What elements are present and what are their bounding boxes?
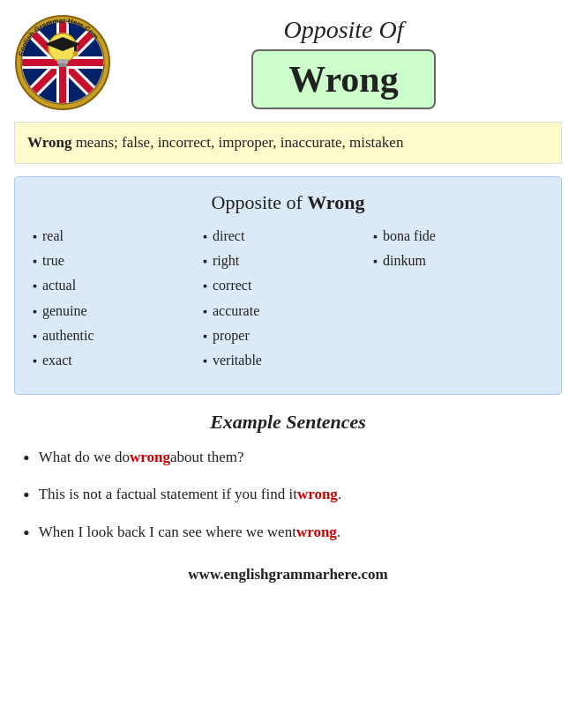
list-item: correct <box>203 276 373 295</box>
example-sentence-2: This is not a factual statement if you f… <box>23 483 553 509</box>
list-item: veritable <box>203 351 373 370</box>
sentence-2-after: . <box>338 483 341 506</box>
header: English Grammar Here.Com Opposite Of Wro… <box>14 14 562 111</box>
list-item: exact <box>33 351 203 370</box>
sentence-3-red: wrong <box>296 521 337 544</box>
opposite-title-plain: Opposite of <box>212 191 308 213</box>
opposite-box: Opposite of Wrong real true actual genui… <box>14 176 562 395</box>
list-item: accurate <box>203 301 373 321</box>
sentence-1-before: What do we do <box>39 446 130 469</box>
words-grid: real true actual genuine authentic exact… <box>24 227 552 376</box>
word-column-2: direct right correct accurate proper ver… <box>203 227 373 376</box>
website-url: www.englishgrammarhere.com <box>188 566 387 583</box>
example-sentence-1: What do we do wrong about them? <box>23 446 553 472</box>
sentence-1-red: wrong <box>130 446 170 469</box>
word-column-3: bona fide dinkum <box>373 227 543 376</box>
example-list: What do we do wrong about them? This is … <box>23 446 553 546</box>
svg-point-17 <box>73 51 79 56</box>
list-item: authentic <box>33 326 203 345</box>
example-sentence-3: When I look back I can see where we went… <box>23 521 553 546</box>
list-item: right <box>203 251 373 271</box>
list-item: genuine <box>33 301 203 321</box>
list-item: direct <box>203 227 373 246</box>
list-item: dinkum <box>373 251 543 271</box>
sentence-3-after: . <box>337 521 340 544</box>
sentence-2-before: This is not a factual statement if you f… <box>39 483 297 506</box>
list-item: real <box>33 227 203 246</box>
word-column-1: real true actual genuine authentic exact <box>33 227 203 376</box>
examples-section: Example Sentences What do we do wrong ab… <box>14 411 562 562</box>
main-word: Wrong <box>251 49 435 109</box>
opposite-title-bold: Wrong <box>307 191 364 213</box>
definition-box: Wrong means; false, incorrect, improper,… <box>14 122 562 164</box>
logo: English Grammar Here.Com <box>14 14 111 111</box>
definition-bold-word: Wrong <box>27 134 71 151</box>
svg-rect-14 <box>58 63 67 67</box>
subtitle-label: Opposite Of <box>283 16 403 44</box>
list-item: true <box>33 251 203 271</box>
definition-text: means; false, incorrect, improper, inacc… <box>71 134 403 151</box>
examples-title: Example Sentences <box>23 411 553 434</box>
sentence-1-after: about them? <box>170 446 244 469</box>
opposite-box-title: Opposite of Wrong <box>24 191 552 214</box>
title-area: Opposite Of Wrong <box>125 16 562 109</box>
list-item: proper <box>203 326 373 345</box>
sentence-2-red: wrong <box>297 483 338 506</box>
list-item: bona fide <box>373 227 543 246</box>
sentence-3-before: When I look back I can see where we went <box>39 521 296 544</box>
list-item: actual <box>33 276 203 295</box>
svg-rect-13 <box>57 59 68 63</box>
